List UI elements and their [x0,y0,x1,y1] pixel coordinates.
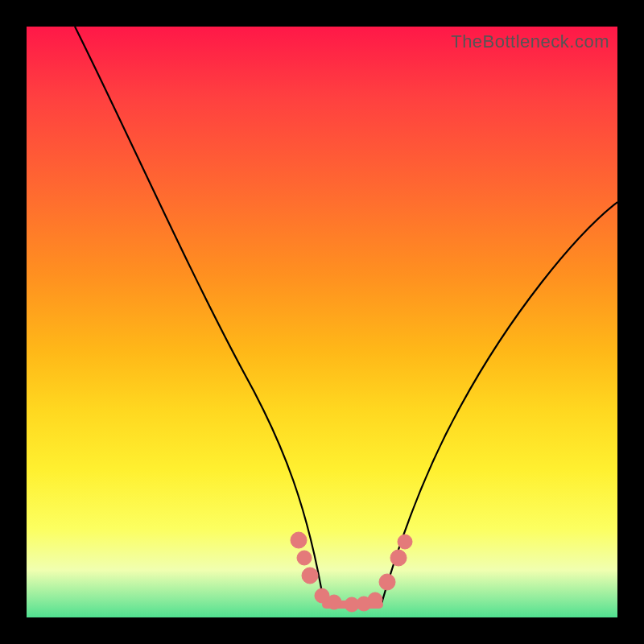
svg-point-5 [345,597,359,612]
curve-right [381,202,617,606]
svg-point-7 [368,592,382,607]
marker-group [291,532,412,612]
svg-point-9 [390,550,407,566]
svg-point-6 [357,597,371,611]
svg-point-10 [398,535,412,549]
chart-plot-area: TheBottleneck.com [27,27,617,617]
chart-frame: TheBottleneck.com [0,0,644,644]
svg-point-2 [302,568,318,584]
chart-svg [27,27,617,617]
curve-left [75,27,324,606]
svg-point-0 [291,532,307,548]
svg-point-3 [315,588,329,603]
svg-point-1 [297,551,312,565]
svg-point-8 [379,574,395,590]
watermark-text: TheBottleneck.com [451,31,609,52]
svg-point-4 [327,595,341,609]
